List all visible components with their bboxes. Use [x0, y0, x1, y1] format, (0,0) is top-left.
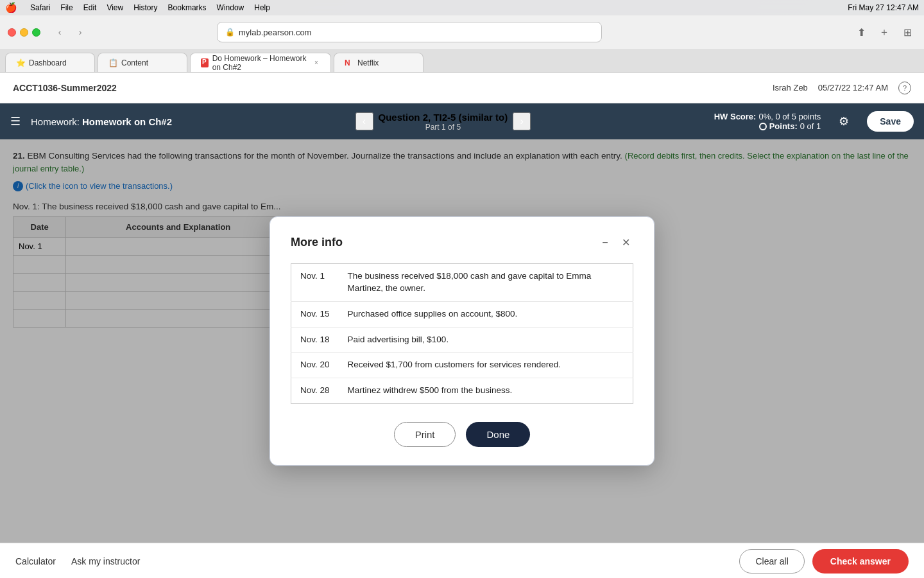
menu-file[interactable]: File [60, 3, 73, 12]
traffic-lights [8, 28, 40, 37]
menubar-time: Fri May 27 12:47 AM [848, 3, 919, 12]
done-button[interactable]: Done [466, 422, 530, 447]
transaction-table: Nov. 1 The business received $18,000 cas… [291, 263, 633, 404]
check-answer-button[interactable]: Check answer [812, 549, 909, 574]
tab-close-button[interactable]: × [312, 58, 320, 68]
address-bar[interactable]: 🔒 mylab.pearson.com [217, 22, 602, 42]
transaction-date-3: Nov. 18 [291, 327, 339, 353]
tab-favicon-homework: P [201, 58, 209, 67]
menu-edit[interactable]: Edit [83, 3, 97, 12]
menu-safari[interactable]: Safari [30, 3, 50, 12]
transaction-row-4: Nov. 20 Received $1,700 from customers f… [291, 353, 633, 378]
menu-bookmarks[interactable]: Bookmarks [168, 3, 207, 12]
print-button[interactable]: Print [394, 422, 456, 447]
question-title: Question 2, TI2-5 (similar to) [379, 112, 508, 123]
next-question-button[interactable]: › [513, 112, 531, 130]
points-label: Points: [769, 121, 798, 131]
bottom-bar-left: Calculator Ask my instructor [15, 556, 140, 566]
back-button[interactable]: ‹ [51, 23, 69, 41]
menu-view[interactable]: View [107, 3, 123, 12]
menu-help[interactable]: Help [254, 3, 270, 12]
transaction-row-3: Nov. 18 Paid advertising bill, $100. [291, 327, 633, 353]
user-info: Israh Zeb 05/27/22 12:47 AM ? [773, 82, 911, 94]
tab-homework[interactable]: P Do Homework – Homework on Ch#2 × [190, 53, 331, 72]
tab-favicon-content: 📋 [108, 58, 117, 67]
calculator-link[interactable]: Calculator [15, 556, 56, 566]
dialog-controls: − ✕ [597, 235, 633, 250]
transaction-date-1: Nov. 1 [291, 263, 339, 301]
dialog-header: More info − ✕ [291, 235, 633, 250]
hw-score-label: HW Score: [714, 112, 757, 121]
forward-button[interactable]: › [71, 23, 89, 41]
browser-actions: ⬆ ＋ ⊞ [852, 23, 916, 41]
points-value: 0 of 1 [800, 121, 821, 131]
tab-label-content: Content [121, 58, 148, 67]
ask-instructor-link[interactable]: Ask my instructor [71, 556, 140, 566]
share-button[interactable]: ⬆ [852, 23, 870, 41]
menu-window[interactable]: Window [217, 3, 244, 12]
transaction-row-2: Nov. 15 Purchased office supplies on acc… [291, 301, 633, 327]
save-button[interactable]: Save [867, 111, 914, 132]
user-name: Israh Zeb [773, 83, 808, 92]
dialog-buttons: Print Done [291, 422, 633, 447]
transaction-row-1: Nov. 1 The business received $18,000 cas… [291, 263, 633, 301]
question-subtitle: Part 1 of 5 [379, 123, 508, 132]
hw-score-value: 0%, 0 of 5 points [758, 112, 821, 121]
sidebar-toggle-button[interactable]: ⊞ [898, 23, 916, 41]
apple-menu[interactable]: 🍎 [5, 2, 17, 13]
browser-chrome: ‹ › 🔒 mylab.pearson.com ⬆ ＋ ⊞ ⭐ Dashboar… [0, 15, 924, 73]
lock-icon: 🔒 [225, 28, 235, 37]
course-name: ACCT1036-Summer2022 [13, 83, 117, 93]
prev-question-button[interactable]: ‹ [355, 112, 373, 130]
settings-icon[interactable]: ⚙ [839, 114, 849, 128]
dialog-overlay: More info − ✕ Nov. 1 The business receiv… [0, 139, 924, 543]
transaction-text-3: Paid advertising bill, $100. [339, 327, 633, 353]
tab-favicon-netflix: N [345, 58, 354, 67]
minimize-window-button[interactable] [20, 28, 28, 37]
hw-question-nav: ‹ Question 2, TI2-5 (similar to) Part 1 … [355, 112, 531, 132]
tab-netflix[interactable]: N Netflix [334, 53, 424, 72]
hw-score-section: HW Score: 0%, 0 of 5 points Points: 0 of… [714, 112, 821, 131]
transaction-text-2: Purchased office supplies on account, $8… [339, 301, 633, 327]
hw-title: Homework: Homework on Ch#2 [31, 116, 172, 127]
tab-label-dashboard: Dashboard [29, 58, 67, 67]
tab-label-netflix: Netflix [357, 58, 379, 67]
transaction-date-5: Nov. 28 [291, 378, 339, 404]
tab-favicon-dashboard: ⭐ [16, 58, 25, 67]
tab-content[interactable]: 📋 Content [98, 53, 187, 72]
url-text: mylab.pearson.com [239, 28, 311, 37]
tab-dashboard[interactable]: ⭐ Dashboard [5, 53, 95, 72]
hw-menu-icon[interactable]: ☰ [10, 114, 21, 128]
hw-title-bold: Homework on Ch#2 [82, 116, 172, 127]
minimize-dialog-button[interactable]: − [597, 235, 613, 250]
tab-label-homework: Do Homework – Homework on Ch#2 [212, 54, 309, 72]
menubar-right: Fri May 27 12:47 AM [848, 3, 919, 12]
menu-history[interactable]: History [133, 3, 157, 12]
transaction-date-2: Nov. 15 [291, 301, 339, 327]
user-date: 05/27/22 12:47 AM [818, 83, 888, 92]
hw-nav-bar: ☰ Homework: Homework on Ch#2 ‹ Question … [0, 103, 924, 139]
clear-all-button[interactable]: Clear all [739, 549, 804, 574]
menubar: 🍎 Safari File Edit View History Bookmark… [0, 0, 924, 15]
points-radio [759, 123, 767, 130]
browser-nav: ‹ › [51, 23, 89, 41]
bottom-bar: Calculator Ask my instructor Clear all C… [0, 543, 924, 578]
dialog-title: More info [291, 236, 343, 249]
transaction-date-4: Nov. 20 [291, 353, 339, 378]
app-header: ACCT1036-Summer2022 Israh Zeb 05/27/22 1… [0, 73, 924, 103]
question-area: 21. EBM Consulting Services had the foll… [0, 139, 924, 543]
transaction-text-4: Received $1,700 from customers for servi… [339, 353, 633, 378]
browser-toolbar: ‹ › 🔒 mylab.pearson.com ⬆ ＋ ⊞ [0, 15, 924, 49]
page-content: ACCT1036-Summer2022 Israh Zeb 05/27/22 1… [0, 73, 924, 578]
close-dialog-button[interactable]: ✕ [618, 235, 633, 250]
new-tab-button[interactable]: ＋ [875, 23, 893, 41]
close-window-button[interactable] [8, 28, 16, 37]
browser-tabs: ⭐ Dashboard 📋 Content P Do Homework – Ho… [0, 49, 924, 72]
maximize-window-button[interactable] [32, 28, 40, 37]
more-info-dialog: More info − ✕ Nov. 1 The business receiv… [270, 216, 654, 466]
transaction-row-5: Nov. 28 Martinez withdrew $500 from the … [291, 378, 633, 404]
transaction-text-1: The business received $18,000 cash and g… [339, 263, 633, 301]
hw-prefix: Homework: [31, 116, 80, 127]
help-button[interactable]: ? [898, 82, 911, 94]
transaction-text-5: Martinez withdrew $500 from the business… [339, 378, 633, 404]
